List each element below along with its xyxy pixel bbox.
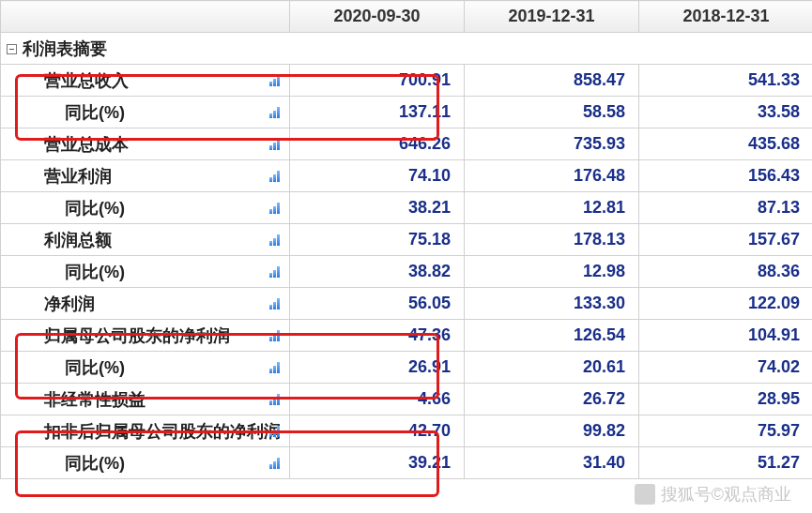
table-row: 扣非后归属母公司股东的净利润42.7099.8275.97 [1, 415, 813, 447]
table-row: 营业总成本646.26735.93435.68 [1, 128, 813, 160]
table-row: 非经常性损益4.6626.7228.95 [1, 384, 813, 415]
income-statement-table: 2020-09-30 2019-12-31 2018-12-31 利润表摘要营业… [0, 0, 812, 479]
bar-chart-icon[interactable] [269, 362, 280, 373]
row-label: 扣非后归属母公司股东的净利润 [1, 415, 290, 447]
section-title-text: 利润表摘要 [23, 39, 107, 58]
bar-chart-icon[interactable] [269, 266, 280, 278]
row-label: 同比(%) [1, 192, 290, 224]
table-row: 营业总收入700.91858.47541.33 [1, 65, 813, 97]
value-cell: 75.18 [290, 224, 465, 256]
value-cell: 178.13 [465, 224, 639, 256]
value-cell: 4.66 [290, 384, 465, 415]
row-label-text: 营业总成本 [44, 135, 129, 154]
table-row: 同比(%)26.9120.6174.02 [1, 352, 813, 384]
row-label-text: 归属母公司股东的净利润 [44, 326, 230, 345]
section-label[interactable]: 利润表摘要 [1, 33, 813, 65]
bar-chart-icon[interactable] [269, 330, 280, 341]
value-cell: 435.68 [639, 128, 813, 160]
value-cell: 20.61 [465, 352, 639, 384]
value-cell: 157.67 [639, 224, 813, 256]
value-cell: 126.54 [465, 320, 639, 352]
value-cell: 176.48 [465, 160, 639, 192]
value-cell: 735.93 [465, 128, 639, 160]
collapse-icon[interactable] [7, 44, 17, 54]
value-cell: 56.05 [290, 288, 465, 320]
value-cell: 541.33 [639, 65, 813, 97]
bar-chart-icon[interactable] [269, 139, 280, 150]
value-cell: 51.27 [639, 447, 813, 479]
table-row: 营业利润74.10176.48156.43 [1, 160, 813, 192]
row-label-text: 同比(%) [65, 454, 125, 473]
row-label-text: 同比(%) [65, 263, 125, 281]
row-label: 非经常性损益 [1, 384, 290, 415]
value-cell: 74.10 [290, 160, 465, 192]
section-row[interactable]: 利润表摘要 [1, 33, 813, 65]
value-cell: 87.13 [639, 192, 813, 224]
bar-chart-icon[interactable] [269, 234, 280, 246]
bar-chart-icon[interactable] [269, 203, 280, 214]
row-label-text: 净利润 [44, 294, 95, 313]
table-row: 净利润56.05133.30122.09 [1, 288, 813, 320]
row-label: 同比(%) [1, 447, 290, 479]
bar-chart-icon[interactable] [269, 458, 280, 469]
row-label: 同比(%) [1, 256, 290, 288]
value-cell: 858.47 [465, 65, 639, 97]
bar-chart-icon[interactable] [269, 394, 280, 405]
row-label: 同比(%) [1, 97, 290, 128]
bar-chart-icon[interactable] [269, 107, 280, 118]
header-col-1[interactable]: 2019-12-31 [465, 1, 639, 33]
row-label: 利润总额 [1, 224, 290, 256]
row-label-text: 利润总额 [44, 231, 112, 249]
row-label-text: 非经常性损益 [44, 390, 146, 409]
value-cell: 74.02 [639, 352, 813, 384]
value-cell: 156.43 [639, 160, 813, 192]
row-label-text: 同比(%) [65, 199, 125, 218]
value-cell: 58.58 [465, 97, 639, 128]
header-blank [1, 1, 290, 33]
table-row: 同比(%)137.1158.5833.58 [1, 97, 813, 128]
value-cell: 88.36 [639, 256, 813, 288]
value-cell: 700.91 [290, 65, 465, 97]
watermark: 搜狐号©观点商业 [635, 483, 791, 505]
row-label-text: 营业总收入 [44, 71, 129, 90]
value-cell: 33.58 [639, 97, 813, 128]
value-cell: 39.21 [290, 447, 465, 479]
table-header-row: 2020-09-30 2019-12-31 2018-12-31 [1, 1, 813, 33]
value-cell: 104.91 [639, 320, 813, 352]
row-label: 营业总收入 [1, 65, 290, 97]
value-cell: 26.91 [290, 352, 465, 384]
bar-chart-icon[interactable] [269, 298, 280, 309]
row-label-text: 同比(%) [65, 358, 125, 377]
header-col-2[interactable]: 2018-12-31 [639, 1, 813, 33]
row-label: 净利润 [1, 288, 290, 320]
value-cell: 47.36 [290, 320, 465, 352]
row-label-text: 营业利润 [44, 167, 112, 186]
row-label-text: 同比(%) [65, 103, 125, 122]
row-label: 营业利润 [1, 160, 290, 192]
watermark-text: 搜狐号©观点商业 [661, 483, 791, 505]
row-label: 营业总成本 [1, 128, 290, 160]
header-col-0[interactable]: 2020-09-30 [290, 1, 465, 33]
value-cell: 75.97 [639, 415, 813, 447]
row-label: 归属母公司股东的净利润 [1, 320, 290, 352]
value-cell: 31.40 [465, 447, 639, 479]
bar-chart-icon[interactable] [269, 171, 280, 182]
value-cell: 133.30 [465, 288, 639, 320]
value-cell: 42.70 [290, 415, 465, 447]
row-label-text: 扣非后归属母公司股东的净利润 [44, 422, 281, 441]
value-cell: 28.95 [639, 384, 813, 415]
value-cell: 38.82 [290, 256, 465, 288]
table-row: 同比(%)38.2112.8187.13 [1, 192, 813, 224]
value-cell: 12.81 [465, 192, 639, 224]
bar-chart-icon[interactable] [269, 75, 280, 86]
sohu-logo-icon [635, 484, 655, 505]
table-row: 同比(%)38.8212.9888.36 [1, 256, 813, 288]
table-row: 利润总额75.18178.13157.67 [1, 224, 813, 256]
table-row: 归属母公司股东的净利润47.36126.54104.91 [1, 320, 813, 352]
row-label: 同比(%) [1, 352, 290, 384]
value-cell: 122.09 [639, 288, 813, 320]
bar-chart-icon[interactable] [269, 426, 280, 437]
value-cell: 38.21 [290, 192, 465, 224]
value-cell: 646.26 [290, 128, 465, 160]
value-cell: 137.11 [290, 97, 465, 128]
